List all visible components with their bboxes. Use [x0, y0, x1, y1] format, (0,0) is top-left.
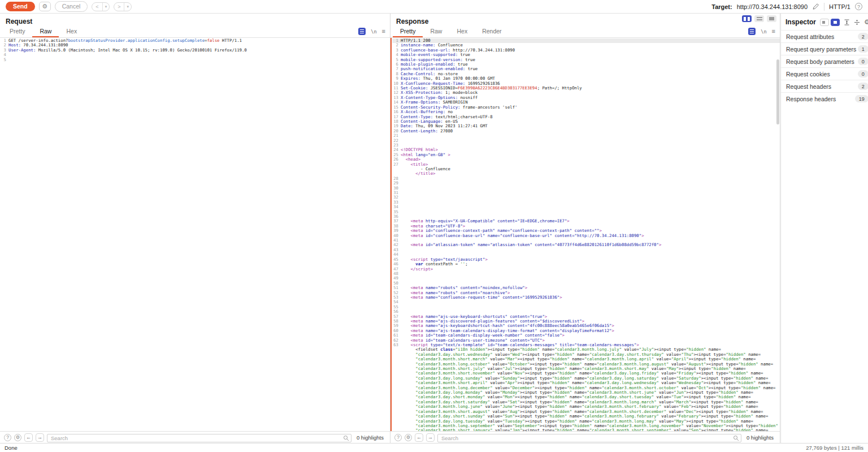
response-tabs: PrettyRawHexRender \n ≡ — [390, 26, 780, 38]
editor-menu-button[interactable]: ≡ — [382, 28, 385, 35]
inspector-view-expanded-button[interactable] — [831, 19, 840, 26]
section-label: Request headers — [786, 83, 831, 90]
code-line: 4 — [0, 53, 390, 57]
code-line: 49 — [392, 276, 780, 281]
request-tabs: PrettyRawHex \n ≡ — [0, 26, 390, 38]
inspector-sections: Request attributes2Request query paramet… — [780, 30, 868, 105]
request-editor[interactable]: 1GET /server-info.action?bootstrapStatus… — [0, 38, 390, 431]
inspector-view-compact-button[interactable] — [820, 19, 829, 26]
search-next-button[interactable]: → — [36, 433, 44, 442]
search-icon — [733, 433, 739, 444]
inspector-section-request-attributes[interactable]: Request attributes2 — [780, 30, 868, 42]
search-help-button[interactable]: ? — [4, 434, 11, 441]
tab-hex[interactable]: Hex — [59, 25, 84, 37]
burp-repeater-window: Send ⚙ Cancel < ▾ > ▾ Target: http://70.… — [0, 0, 868, 452]
tab-render[interactable]: Render — [475, 25, 509, 37]
tab-hex[interactable]: Hex — [449, 25, 475, 37]
pencil-icon — [812, 3, 819, 10]
code-line: 32 — [392, 195, 780, 200]
code-line: 23 — [392, 143, 780, 148]
history-back-button[interactable]: < ▾ — [92, 2, 110, 11]
code-line: 40 <meta id="confluence-base-url" name="… — [392, 234, 780, 238]
status-bar: Done 27,769 bytes | 121 millis — [0, 443, 868, 452]
expand-vertical-icon — [844, 19, 850, 25]
status-done: Done — [5, 445, 18, 451]
search-settings-button[interactable]: ⚙ — [405, 434, 412, 441]
search-input[interactable] — [437, 434, 741, 442]
search-help-button[interactable]: ? — [394, 434, 402, 441]
code-line: 28 — [392, 177, 780, 181]
chevron-right-icon: > — [114, 3, 124, 11]
http-version-select[interactable]: HTTP/1 — [829, 3, 850, 10]
send-settings-button[interactable]: ⚙ — [39, 2, 51, 11]
code-line: 26 <head> — [392, 157, 780, 162]
layout-single-button[interactable] — [767, 15, 776, 22]
code-line: 43 — [392, 248, 780, 252]
code-line: 30 — [392, 186, 780, 191]
response-scrollbar[interactable] — [776, 59, 779, 124]
syntax-highlight-button[interactable] — [748, 28, 756, 35]
tab-pretty[interactable]: Pretty — [2, 25, 32, 37]
search-settings-button[interactable]: ⚙ — [14, 434, 21, 441]
response-search-bar: ? ⚙ ← → 0 highlights — [390, 431, 780, 443]
layout-columns-button[interactable] — [742, 15, 752, 22]
code-line: - Confluence — [392, 167, 780, 171]
search-next-button[interactable]: → — [426, 433, 435, 442]
search-input[interactable] — [47, 434, 351, 442]
highlights-count: 0 highlights — [354, 434, 386, 441]
inspector-settings-button[interactable]: ⚙ — [864, 19, 868, 25]
response-editor[interactable]: 1HTTP/1.1 2002instance-name: Confluence3… — [390, 38, 780, 431]
history-forward-button[interactable]: > ▾ — [114, 2, 132, 11]
question-icon: ? — [857, 4, 860, 10]
chevron-left-icon: < — [92, 3, 102, 11]
inspector-section-request-body-parameters[interactable]: Request body parameters0 — [780, 55, 868, 67]
show-nonprintable-button[interactable]: \n — [761, 29, 766, 35]
expand-all-sections-button[interactable] — [844, 19, 850, 25]
inspector-section-request-cookies[interactable]: Request cookies0 — [780, 67, 868, 80]
code-line: 27 <title> — [392, 162, 780, 167]
section-count-badge: 0 — [858, 70, 868, 78]
toolbar: Send ⚙ Cancel < ▾ > ▾ Target: http://70.… — [0, 0, 868, 14]
inspector-section-request-headers[interactable]: Request headers2 — [780, 80, 868, 92]
code-line: 54 — [392, 300, 780, 304]
cancel-button[interactable]: Cancel — [55, 1, 88, 12]
split-view-button[interactable] — [854, 19, 860, 25]
code-line: 53 <meta name="confluence-request-time" … — [392, 295, 780, 300]
tab-raw[interactable]: Raw — [423, 25, 449, 37]
editor-menu-button[interactable]: ≡ — [772, 28, 775, 35]
highlights-count: 0 highlights — [744, 434, 776, 441]
caret-down-icon: ▾ — [124, 3, 131, 11]
layout-toggle-group — [742, 15, 776, 22]
code-line: 33 — [392, 200, 780, 205]
code-line: 3User-Agent: Mozilla/5.0 (Macintosh; Int… — [0, 48, 390, 53]
section-count-badge: 2 — [858, 83, 868, 90]
inspector-section-request-query-parameters[interactable]: Request query parameters1 — [780, 42, 868, 55]
search-prev-button[interactable]: ← — [415, 433, 423, 442]
syntax-highlight-button[interactable] — [358, 28, 366, 35]
inspector-view-toggle — [820, 19, 840, 26]
code-line: 42 <meta id="atlassian-token" name="atla… — [392, 243, 780, 247]
inspector-section-response-headers[interactable]: Response headers19 — [780, 92, 868, 105]
search-prev-button[interactable]: ← — [24, 433, 33, 442]
code-line: 31 — [392, 191, 780, 195]
help-button[interactable]: ? — [855, 3, 862, 10]
code-line: 35 — [392, 210, 780, 214]
code-line: 25<html lang="en-GB" > — [392, 153, 780, 157]
caret-down-icon: ▾ — [102, 3, 110, 11]
section-count-badge: 0 — [858, 58, 868, 65]
target-url: http://70.34.244.131:8090 — [737, 3, 808, 10]
code-line: 34 — [392, 205, 780, 209]
tab-raw[interactable]: Raw — [32, 25, 59, 37]
response-title: Response — [390, 14, 780, 26]
show-nonprintable-button[interactable]: \n — [371, 29, 376, 35]
inspector-title: Inspector — [785, 18, 816, 26]
layout-rows-button[interactable] — [754, 15, 764, 22]
inspector-header: Inspector ⚙ × — [780, 14, 868, 30]
section-label: Request body parameters — [786, 58, 854, 65]
section-count-badge: 1 — [858, 45, 868, 53]
tab-pretty[interactable]: Pretty — [393, 25, 423, 37]
edit-target-button[interactable] — [812, 3, 819, 10]
send-button[interactable]: Send — [6, 2, 35, 11]
code-line: 46 var contextPath = ''; — [392, 262, 780, 266]
section-count-badge: 2 — [858, 33, 868, 40]
